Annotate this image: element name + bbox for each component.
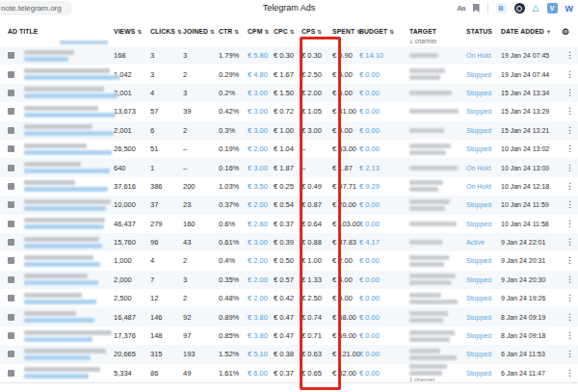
kebab-menu-icon[interactable]: ⋮	[562, 238, 578, 247]
cell-joined: 23	[183, 200, 219, 209]
col-header-clicks[interactable]: CLICKS⇅	[150, 28, 183, 35]
cell-views: 16,487	[114, 313, 150, 322]
cell-target	[409, 311, 466, 323]
cell-cpm: € 3.80	[248, 331, 274, 340]
cell-budget: € 0.00	[359, 369, 409, 378]
kebab-menu-icon[interactable]: ⋮	[562, 126, 578, 135]
col-header-ctr[interactable]: CTR⇅	[219, 28, 248, 35]
ad-thumbnail	[8, 71, 24, 78]
cell-joined: 39	[183, 107, 219, 116]
cell-clicks: 12	[150, 294, 183, 302]
col-header-joined[interactable]: JOINED⇅	[183, 28, 219, 35]
extension-w-icon[interactable]: W	[565, 4, 574, 13]
status-link[interactable]: Stopped	[466, 332, 501, 339]
status-link[interactable]: Stopped	[466, 314, 501, 321]
kebab-menu-icon[interactable]: ⋮	[562, 331, 578, 340]
bookmark-icon[interactable]	[473, 4, 480, 13]
cell-target: 1 channel	[409, 364, 466, 382]
status-link[interactable]: Stopped	[466, 145, 501, 152]
status-link[interactable]: On Hold	[466, 52, 501, 59]
status-link[interactable]: Stopped	[466, 90, 501, 96]
table-row: 2,001620.3%€ 3.00€ 1.00€ 3.00€ 6.00€ 0.0…	[0, 121, 578, 140]
ad-thumbnail	[8, 257, 24, 264]
redacted-target-bar	[409, 166, 458, 170]
cell-spent: € 5.00	[332, 70, 359, 79]
cell-spent: € 4.00	[332, 275, 359, 284]
kebab-menu-icon[interactable]: ⋮	[562, 350, 578, 358]
extension-b-icon[interactable]: B	[496, 3, 507, 13]
target-channel-note: 1 channel	[409, 377, 466, 382]
status-link[interactable]: Stopped	[466, 257, 501, 264]
gear-icon[interactable]: ⚙	[562, 27, 569, 37]
cell-clicks: 57	[150, 107, 183, 116]
redacted-target-bar	[409, 330, 455, 335]
kebab-menu-icon[interactable]: ⋮	[562, 164, 578, 172]
redacted-link-bar	[24, 113, 116, 118]
cell-cps: € 3.00	[302, 126, 332, 135]
cell-cpm: € 3.00	[248, 107, 274, 116]
cell-clicks: 279	[150, 220, 183, 228]
status-link[interactable]: On Hold	[466, 165, 501, 171]
cell-spent: € 20.00	[332, 200, 359, 209]
cell-cpc: € 0.57	[274, 275, 302, 284]
translate-icon[interactable]: Aa	[457, 4, 464, 13]
kebab-menu-icon[interactable]: ⋮	[562, 200, 578, 209]
kebab-menu-icon[interactable]: ⋮	[562, 70, 578, 79]
cell-ctr: 0.89%	[219, 313, 248, 322]
redacted-title-bar	[24, 144, 87, 148]
status-link[interactable]: Stopped	[466, 201, 501, 208]
cell-cpm: € 3.00	[248, 89, 274, 97]
cell-views: 26,500	[114, 144, 150, 153]
col-header-views[interactable]: VIEWS⇅	[114, 28, 150, 35]
extension-v-icon[interactable]: V	[547, 3, 558, 13]
kebab-menu-icon[interactable]: ⋮	[562, 220, 578, 228]
cell-date-added: 19 Jan 24 07:44	[501, 71, 562, 78]
redacted-target-bar	[409, 293, 441, 298]
status-link[interactable]: Stopped	[466, 221, 501, 227]
kebab-menu-icon[interactable]: ⋮	[562, 182, 578, 191]
kebab-menu-icon[interactable]: ⋮	[562, 275, 578, 284]
redacted-target-bar	[409, 150, 446, 155]
col-header-spent[interactable]: SPENT⇅	[332, 28, 359, 35]
status-link[interactable]: Stopped	[466, 295, 501, 301]
status-link[interactable]: Stopped	[466, 127, 501, 134]
status-link[interactable]: Stopped	[466, 276, 501, 283]
kebab-menu-icon[interactable]: ⋮	[562, 144, 578, 153]
cell-clicks: 6	[150, 126, 183, 135]
cell-clicks: 96	[150, 238, 183, 247]
kebab-menu-icon[interactable]: ⋮	[562, 107, 578, 116]
status-link[interactable]: Stopped	[466, 370, 501, 377]
kebab-menu-icon[interactable]: ⋮	[562, 369, 578, 378]
status-link[interactable]: Stopped	[466, 108, 501, 115]
ad-thumbnail-icon	[8, 183, 14, 190]
kebab-menu-icon[interactable]: ⋮	[562, 51, 578, 60]
cell-views: 37,616	[114, 182, 150, 191]
status-link[interactable]: Stopped	[466, 71, 501, 78]
cell-spent: € 32.00	[332, 369, 359, 378]
extension-dark-circle-icon[interactable]	[514, 3, 525, 13]
redacted-link-bar	[24, 224, 104, 229]
cell-budget: € 0.00	[359, 144, 409, 153]
table-row: 2,000730.35%€ 2.00€ 0.57€ 1.33€ 4.00€ 0.…	[0, 271, 578, 289]
cell-cpc: € 1.87	[274, 164, 302, 172]
kebab-menu-icon[interactable]: ⋮	[562, 313, 578, 322]
col-header-date-added[interactable]: DATE ADDED▼	[501, 28, 562, 35]
extension-triangle-icon[interactable]: △	[533, 3, 539, 13]
kebab-menu-icon[interactable]: ⋮	[562, 256, 578, 265]
ad-title-redacted	[24, 330, 114, 342]
redacted-target-bar	[409, 206, 445, 211]
kebab-menu-icon[interactable]: ⋮	[562, 89, 578, 97]
col-header-cps[interactable]: CPS⇅	[302, 28, 332, 35]
col-header-budget[interactable]: BUDGET⇅	[359, 28, 409, 35]
col-header-cpm[interactable]: CPM⇅	[248, 28, 274, 35]
redacted-target-bar	[409, 337, 450, 342]
status-link[interactable]: On Hold	[466, 183, 501, 190]
cell-joined: 49	[183, 369, 219, 378]
cell-date-added: 10 Jan 24 12:18	[501, 183, 562, 190]
col-header-cpc[interactable]: CPC⇅	[274, 28, 302, 35]
status-link[interactable]: Active	[466, 239, 501, 246]
cell-clicks: 386	[150, 182, 183, 191]
kebab-menu-icon[interactable]: ⋮	[562, 294, 578, 302]
status-link[interactable]: Stopped	[466, 351, 501, 357]
redacted-target-bar	[409, 262, 444, 267]
